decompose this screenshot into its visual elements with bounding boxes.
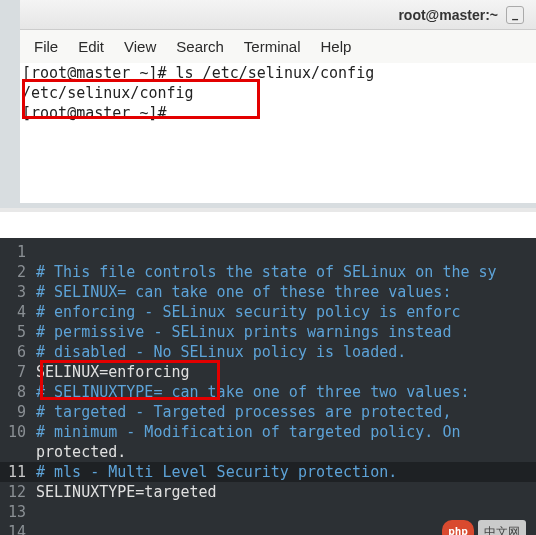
code-line: # targeted - Targeted processes are prot… — [36, 402, 536, 422]
terminal-line: /etc/selinux/config — [22, 83, 534, 103]
line-number — [4, 442, 26, 462]
watermark: php 中文网 — [442, 520, 526, 535]
line-number: 12 — [4, 482, 26, 502]
code-line: # SELINUXTYPE= can take one of three two… — [36, 382, 536, 402]
code-area[interactable]: # This file controls the state of SELinu… — [36, 238, 536, 535]
line-number: 13 — [4, 502, 26, 522]
editor-window[interactable]: 12345678910 11121314 # This file control… — [0, 238, 536, 535]
terminal-content[interactable]: [root@master ~]# ls /etc/selinux/config … — [20, 63, 536, 203]
divider — [0, 208, 536, 238]
code-line: # mls - Multi Level Security protection. — [36, 462, 536, 482]
terminal-window: root@master:~ – File Edit View Search Te… — [0, 0, 536, 208]
menu-file[interactable]: File — [34, 38, 58, 55]
code-line: protected. — [36, 442, 536, 462]
code-line: # minimum - Modification of targeted pol… — [36, 422, 536, 442]
line-number: 1 — [4, 242, 26, 262]
code-line: # disabled - No SELinux policy is loaded… — [36, 342, 536, 362]
line-number-gutter: 12345678910 11121314 — [0, 238, 36, 535]
line-number: 10 — [4, 422, 26, 442]
line-number: 14 — [4, 522, 26, 535]
code-line — [36, 502, 536, 522]
code-line: # SELINUX= can take one of these three v… — [36, 282, 536, 302]
line-number: 2 — [4, 262, 26, 282]
line-number: 5 — [4, 322, 26, 342]
line-number: 8 — [4, 382, 26, 402]
menu-terminal[interactable]: Terminal — [244, 38, 301, 55]
code-line: SELINUXTYPE=targeted — [36, 482, 536, 502]
line-number: 11 — [0, 462, 36, 482]
code-line: # permissive - SELinux prints warnings i… — [36, 322, 536, 342]
watermark-logo: php — [442, 520, 474, 535]
window-titlebar[interactable]: root@master:~ – — [20, 0, 536, 30]
menu-view[interactable]: View — [124, 38, 156, 55]
line-number: 7 — [4, 362, 26, 382]
menu-edit[interactable]: Edit — [78, 38, 104, 55]
minimize-button[interactable]: – — [506, 6, 524, 24]
window-title: root@master:~ — [398, 7, 498, 23]
line-number: 9 — [4, 402, 26, 422]
code-line — [36, 242, 536, 262]
menubar: File Edit View Search Terminal Help — [20, 30, 536, 63]
menu-search[interactable]: Search — [176, 38, 224, 55]
code-line: # This file controls the state of SELinu… — [36, 262, 536, 282]
line-number: 3 — [4, 282, 26, 302]
terminal-line: [root@master ~]# — [22, 103, 534, 123]
code-line: SELINUX=enforcing — [36, 362, 536, 382]
menu-help[interactable]: Help — [321, 38, 352, 55]
terminal-line: [root@master ~]# ls /etc/selinux/config — [22, 63, 534, 83]
line-number: 4 — [4, 302, 26, 322]
line-number: 6 — [4, 342, 26, 362]
code-line: # enforcing - SELinux security policy is… — [36, 302, 536, 322]
watermark-text: 中文网 — [478, 520, 526, 535]
